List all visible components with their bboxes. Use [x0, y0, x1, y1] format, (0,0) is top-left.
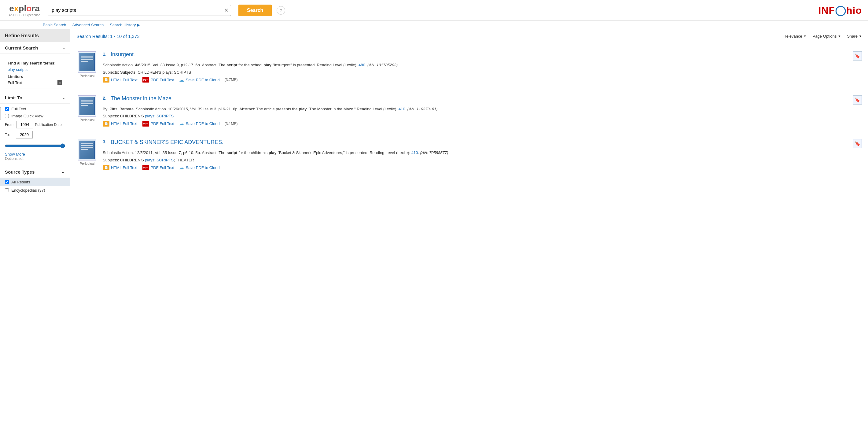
header: explora An EBSCO Experience ✕ Search ? I… [0, 0, 868, 21]
find-all-label: Find all my search terms: [8, 61, 62, 65]
source-types-header[interactable]: Source Types ⌄ [0, 167, 70, 178]
result-thumb-1: Periodical [76, 51, 98, 83]
logo: explora An EBSCO Experience [6, 4, 43, 17]
current-search-chevron: ⌄ [62, 46, 65, 50]
results-range: 1 - 10 of 1,373 [110, 34, 140, 39]
periodical-inner-1 [80, 53, 95, 71]
full-text-checkbox-item: Full Text [5, 107, 65, 111]
basic-search-link[interactable]: Basic Search [43, 23, 66, 27]
bookmark-button-1[interactable]: 🔖 [853, 51, 862, 61]
image-quick-view-checkbox[interactable] [5, 114, 9, 118]
date-range-slider[interactable] [5, 144, 65, 148]
result-title-2[interactable]: The Monster in the Maze. [111, 95, 173, 102]
result-meta-1: Scholastic Action. 4/6/2015, Vol. 38 Iss… [103, 62, 862, 68]
result-actions-2: 📄 HTML Full Text PDF PDF Full Text ☁ Sav… [103, 121, 862, 127]
current-search-section[interactable]: Current Search ⌄ [0, 42, 70, 54]
periodical-lines-3 [81, 144, 93, 151]
bookmark-button-3[interactable]: 🔖 [853, 139, 862, 148]
result-header-1: 1. Insurgent. [103, 51, 862, 60]
result-title-1[interactable]: Insurgent. [111, 51, 135, 58]
search-history-link[interactable]: Search History ▶ [110, 23, 140, 27]
save-pdf-cloud-1[interactable]: ☁ Save PDF to Cloud [179, 77, 219, 83]
limit-to-label: Limit To [5, 95, 22, 100]
periodical-inner-2 [80, 97, 95, 115]
source-type-all-results: All Results [0, 178, 70, 186]
pdf-icon-2: PDF [143, 121, 149, 127]
show-more-link[interactable]: Show More [5, 152, 65, 157]
result-thumb-3: Periodical [76, 139, 98, 170]
html-full-text-1[interactable]: 📄 HTML Full Text [103, 77, 137, 83]
remove-full-text-button[interactable]: ✕ [58, 80, 62, 85]
search-input[interactable] [48, 5, 222, 15]
all-results-label: All Results [11, 180, 30, 184]
result-title-3[interactable]: BUCKET & SKINNER'S EPIC ADVENTURES. [111, 139, 223, 146]
result-number-1: 1. [103, 51, 109, 57]
image-quick-view-label: Image Quick View [11, 114, 43, 118]
lexile-link-2[interactable]: 410 [399, 107, 405, 111]
save-pdf-cloud-2[interactable]: ☁ Save PDF to Cloud [179, 121, 219, 127]
refine-header: Refine Results [0, 29, 70, 42]
thumb-label-1: Periodical [80, 74, 94, 77]
result-thumb-2: Periodical [76, 95, 98, 127]
periodical-icon-3 [78, 139, 96, 160]
logo-subtitle: An EBSCO Experience [9, 13, 40, 17]
periodical-lines-2 [81, 100, 93, 107]
result-meta-3: Scholastic Action. 12/5/2011, Vol. 35 Is… [103, 150, 862, 156]
clear-button[interactable]: ✕ [222, 5, 231, 15]
result-content-2: 2. The Monster in the Maze. By: Pitts, B… [103, 95, 862, 127]
html-full-text-3[interactable]: 📄 HTML Full Text [103, 165, 137, 170]
pub-date-label: Publication Date [35, 123, 61, 127]
advanced-search-link[interactable]: Advanced Search [72, 23, 104, 27]
html-full-text-2[interactable]: 📄 HTML Full Text [103, 121, 137, 127]
encyclopedias-label: Encyclopedias (37) [11, 188, 45, 193]
options-set-label: Options set [5, 157, 65, 161]
search-term-link[interactable]: play scripts [8, 67, 62, 72]
pdf-icon-3: PDF [143, 165, 149, 170]
periodical-icon-2 [78, 95, 96, 117]
result-actions-3: 📄 HTML Full Text PDF PDF Full Text ☁ Sav… [103, 165, 862, 170]
pdf-full-text-2[interactable]: PDF PDF Full Text [143, 121, 175, 127]
search-button[interactable]: Search [238, 5, 272, 16]
current-search-label: Current Search [5, 45, 38, 51]
limit-to-content: Full Text Image Quick View From: Publica… [0, 104, 70, 164]
result-subjects-2: Subjects: CHILDREN'S plays; SCRIPTS [103, 114, 862, 118]
result-meta-2: By: Pitts, Barbara. Scholastic Action. 1… [103, 106, 862, 112]
results-label: Search Results: [76, 34, 109, 39]
result-content-1: 1. Insurgent. Scholastic Action. 4/6/201… [103, 51, 862, 83]
save-pdf-cloud-3[interactable]: ☁ Save PDF to Cloud [179, 165, 219, 170]
results-count: Search Results: 1 - 10 of 1,373 [76, 34, 140, 39]
result-subjects-3: Subjects: CHILDREN'S plays; SCRIPTS; THE… [103, 158, 862, 162]
infohio-logo: INF◯hio [818, 5, 862, 16]
collapse-button[interactable]: ❮ [0, 107, 1, 120]
full-text-checkbox[interactable] [5, 107, 9, 111]
html-icon-1: 📄 [103, 77, 110, 83]
relevance-dropdown[interactable]: Relevance ▼ [783, 34, 806, 38]
to-year-input[interactable] [16, 131, 33, 138]
thumb-label-2: Periodical [80, 118, 94, 122]
limit-to-chevron: ⌄ [62, 96, 65, 100]
encyclopedias-checkbox[interactable] [5, 188, 9, 192]
full-text-limiter: Full Text ✕ [8, 80, 62, 85]
lexile-link-1[interactable]: 480 [359, 63, 365, 67]
result-number-3: 3. [103, 139, 109, 144]
image-quick-view-checkbox-item: Image Quick View [5, 114, 65, 118]
page-options-dropdown[interactable]: Page Options ▼ [813, 34, 841, 38]
periodical-inner-3 [80, 140, 95, 159]
current-search-box: Find all my search terms: play scripts L… [4, 57, 66, 89]
lexile-link-3[interactable]: 410 [411, 150, 418, 155]
result-number-2: 2. [103, 95, 109, 101]
sidebar: ❮ Refine Results Current Search ⌄ Find a… [0, 29, 70, 197]
search-nav: Basic Search Advanced Search Search Hist… [0, 21, 868, 29]
from-year-input[interactable] [16, 121, 33, 128]
help-button[interactable]: ? [277, 6, 285, 15]
limit-to-section[interactable]: Limit To ⌄ [0, 92, 70, 104]
bookmark-button-2[interactable]: 🔖 [853, 95, 862, 104]
file-size-1: (3.7MB) [225, 77, 238, 82]
result-content-3: 3. BUCKET & SKINNER'S EPIC ADVENTURES. S… [103, 139, 862, 170]
search-bar: ✕ [48, 5, 231, 16]
cloud-icon-2: ☁ [179, 121, 184, 127]
pdf-full-text-3[interactable]: PDF PDF Full Text [143, 165, 175, 170]
all-results-checkbox[interactable] [5, 180, 9, 184]
share-dropdown[interactable]: Share ▼ [847, 34, 862, 38]
pdf-full-text-1[interactable]: PDF PDF Full Text [143, 77, 175, 83]
